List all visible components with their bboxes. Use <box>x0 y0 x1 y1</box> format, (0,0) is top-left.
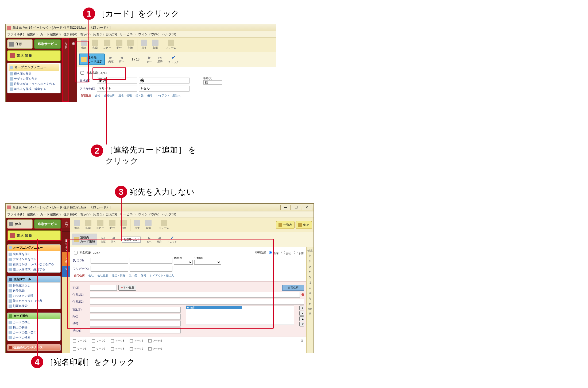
tab-sentrecv[interactable]: 出・受 <box>134 93 145 98</box>
group-hdr-maint[interactable]: 住所録のメンテナンス <box>7 344 60 351</box>
email-up-button[interactable]: ▲ <box>299 316 304 321</box>
email-down-button[interactable]: ▼ <box>299 322 304 326</box>
tb-undo[interactable]: 戻す <box>132 219 142 231</box>
cloud-addr[interactable]: 筆まめクラウド（住所） <box>9 298 59 303</box>
tab-companyaddr[interactable]: 会社住所 <box>103 93 116 98</box>
nav-first[interactable]: ⏮先頭 <box>99 235 107 244</box>
tab-layout[interactable]: レイアウト・差出人 <box>149 273 175 278</box>
mark-2[interactable]: マーク2 <box>92 339 106 343</box>
tb-paste[interactable]: 貼付 <box>107 219 117 231</box>
mark-1[interactable]: マーク1 <box>73 339 87 343</box>
card-extract[interactable]: カードの抽出 <box>9 320 59 325</box>
fax-input[interactable] <box>90 314 181 319</box>
group-hdr-cardops[interactable]: カード操作 <box>7 313 60 319</box>
kana-sei-input[interactable] <box>97 86 137 92</box>
tab-renmei[interactable]: 連名・情報 <box>111 273 126 278</box>
sei-input[interactable] <box>97 78 137 83</box>
nav-prev[interactable]: ◀前へ <box>109 235 118 244</box>
btn-atenaview[interactable]: 宛 名 <box>296 221 312 229</box>
idx-ma[interactable]: ま <box>309 286 311 290</box>
menu-cardedit[interactable]: カード編集(C) <box>40 32 61 37</box>
idx-wa[interactable]: わ <box>309 302 311 306</box>
panel-header-opening[interactable]: オープニングメニュー <box>9 64 59 71</box>
menu-help[interactable]: ヘルプ(H) <box>162 32 176 37</box>
nav-last[interactable]: ⏭最終 <box>155 235 164 244</box>
vtab-list[interactable]: 一覧表 <box>62 231 70 235</box>
make-label[interactable]: 往復はがき・ラベルなどを作る <box>10 81 58 86</box>
otsukiai[interactable]: おつきあい管理 <box>9 293 59 298</box>
idx-search[interactable]: 検索 <box>307 249 313 252</box>
send-recv[interactable]: 送受記録 <box>9 288 59 293</box>
nav-first[interactable]: ⏮先頭 <box>106 55 115 64</box>
group-hdr-opening[interactable]: オープニングメニュー <box>7 245 60 251</box>
make-design[interactable]: デザイン面を作る <box>10 76 58 81</box>
atena-print-button[interactable]: 宛 名 印 刷 <box>7 230 61 241</box>
menu-view[interactable]: 表示(V) <box>80 212 91 217</box>
vtab-atena[interactable]: 宛名 <box>69 38 77 102</box>
idx-sa[interactable]: さ <box>309 265 311 268</box>
add-contact-button[interactable]: 連絡先 カード追加 <box>79 54 105 65</box>
idx-na[interactable]: な <box>309 275 311 279</box>
tb-save[interactable]: 保存 <box>72 219 82 231</box>
tb-print[interactable]: 印刷 <box>90 39 100 51</box>
idx-ra[interactable]: ら <box>309 297 311 300</box>
nav-last[interactable]: ⏭最終 <box>156 55 165 64</box>
other-input[interactable] <box>90 328 181 333</box>
opt-company[interactable]: 会社 <box>280 250 291 255</box>
menu-atena[interactable]: 宛名(L) <box>93 32 104 37</box>
idx-ya[interactable]: や <box>309 291 311 295</box>
tab-notes[interactable]: 備考 <box>146 93 154 98</box>
tb-print[interactable]: 印刷 <box>83 219 93 231</box>
email-list[interactable]: e-mail <box>186 306 294 325</box>
tab-companyaddr[interactable]: 会社住所 <box>96 273 109 278</box>
nav-check[interactable]: ✔チェック <box>166 54 181 65</box>
noprint-checkbox[interactable] <box>74 251 78 254</box>
kana-sei-input[interactable] <box>91 266 128 272</box>
menu-atena[interactable]: 宛名(L) <box>93 212 104 217</box>
idx-ka[interactable]: か <box>309 259 311 263</box>
tab-layout[interactable]: レイアウト・差出人 <box>155 93 181 98</box>
card-search[interactable]: カードの検索 <box>9 335 59 340</box>
idx-ha[interactable]: は <box>309 281 311 284</box>
noprint-checkbox[interactable] <box>80 71 84 75</box>
nav-next[interactable]: ▶次へ <box>145 235 153 244</box>
menu-window[interactable]: ウィンドウ(W) <box>138 212 159 217</box>
menu-cardedit[interactable]: カード編集(C) <box>40 212 61 217</box>
zip-input[interactable] <box>90 285 117 291</box>
mark-8[interactable]: マーク8 <box>111 347 124 351</box>
tb-redo[interactable]: 取消 <box>150 39 160 51</box>
vtab-design[interactable]: 文面デザイン <box>62 235 70 252</box>
minimize-button[interactable]: — <box>280 205 291 210</box>
card-unextract[interactable]: 抽出の解除 <box>9 325 59 330</box>
menu-service[interactable]: サービス(I) <box>120 32 136 37</box>
idx-ta[interactable]: た <box>309 270 311 274</box>
menu-window[interactable]: ウィンドウ(W) <box>138 32 159 37</box>
map-pin-icon[interactable] <box>301 293 304 296</box>
make-atena[interactable]: 宛名面を作る <box>9 252 59 257</box>
btn-listview[interactable]: 一覧表 <box>276 221 295 229</box>
tab-homeaddr[interactable]: 自宅住所 <box>73 273 86 278</box>
tb-paste[interactable]: 貼付 <box>114 39 124 51</box>
tb-redo[interactable]: 取消 <box>143 219 153 231</box>
menu-edit[interactable]: 編集(E) <box>27 32 37 37</box>
idx-a[interactable]: あ <box>309 254 311 258</box>
mobile-input[interactable] <box>90 321 181 326</box>
addr2-input[interactable] <box>90 299 304 305</box>
email-add-button[interactable]: + <box>299 306 304 310</box>
card-sort[interactable]: カードの並べ替え <box>9 330 59 335</box>
menu-file[interactable]: ファイル(F) <box>7 212 24 217</box>
tel-input[interactable] <box>90 307 181 313</box>
menu-settings[interactable]: 設定(S) <box>106 32 117 37</box>
mark-5[interactable]: マーク5 <box>148 339 162 343</box>
menu-service[interactable]: サービス(I) <box>120 212 136 217</box>
mark-3[interactable]: マーク3 <box>111 339 124 343</box>
menu-help[interactable]: ヘルプ(H) <box>162 212 176 217</box>
opt-home[interactable]: 自宅 <box>268 250 278 255</box>
tab-notes[interactable]: 備考 <box>140 273 147 278</box>
mei-input[interactable] <box>130 258 172 264</box>
tb-copy[interactable]: コピー <box>94 219 106 231</box>
kana-mei-input[interactable] <box>139 86 189 92</box>
make-sender[interactable]: 差出人を作成・編集する <box>10 86 58 92</box>
honor-input[interactable] <box>203 80 222 85</box>
atena-print-button[interactable]: 宛 名 印 刷 <box>7 50 61 61</box>
